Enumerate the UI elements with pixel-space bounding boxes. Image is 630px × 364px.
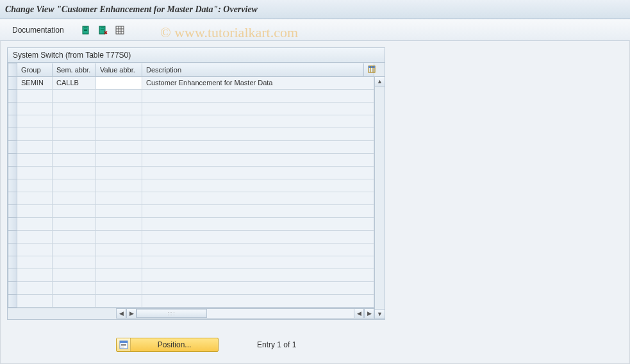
col-group[interactable]: Group [17,63,53,77]
cell-group[interactable] [17,269,53,281]
cell-group[interactable] [17,89,53,102]
cell-value-abbr[interactable] [96,89,142,102]
scroll-right-button[interactable]: ◀ [354,308,364,318]
cell-description[interactable] [142,217,374,230]
cell-group[interactable] [17,153,53,166]
scroll-left-button[interactable]: ▶ [126,308,137,318]
cell-group[interactable] [17,230,53,243]
cell-description[interactable]: Customer Enhancement for Master Data [142,76,374,89]
cell-sem-abbr[interactable] [53,166,96,179]
cell-value-abbr[interactable] [96,243,142,256]
cell-description[interactable] [142,179,374,192]
vertical-scroll-track[interactable] [375,87,385,309]
cell-group[interactable] [17,243,53,256]
cell-value-abbr[interactable] [96,115,142,128]
toolbar-icon-1[interactable] [80,24,93,37]
row-handle[interactable] [8,192,17,204]
row-handle[interactable] [8,281,17,294]
row-handle-header[interactable] [8,63,17,77]
scroll-down-button[interactable]: ▼ [375,309,385,319]
cell-group[interactable] [17,102,53,115]
horizontal-scrollbar[interactable]: ◀ ▶ ::: ◀ ▶ [8,308,374,319]
cell-description[interactable] [142,269,374,281]
toolbar-icon-2[interactable] [97,24,110,37]
cell-sem-abbr[interactable] [53,179,96,192]
scroll-right-end-button[interactable]: ▶ [364,308,374,318]
row-handle[interactable] [8,76,17,89]
cell-description[interactable] [142,166,374,179]
position-button[interactable]: Position... [116,338,219,352]
cell-group[interactable] [17,204,53,217]
cell-value-abbr[interactable] [96,76,142,89]
cell-value-abbr[interactable] [96,192,142,204]
cell-description[interactable] [142,243,374,256]
cell-value-abbr[interactable] [96,256,142,269]
row-handle[interactable] [8,166,17,179]
cell-description[interactable] [142,230,374,243]
cell-description[interactable] [142,128,374,140]
col-value-abbr[interactable]: Value abbr. [96,63,142,77]
cell-group[interactable] [17,179,53,192]
cell-description[interactable] [142,89,374,102]
toolbar-icon-3[interactable] [113,24,126,37]
cell-description[interactable] [142,281,374,294]
cell-description[interactable] [142,115,374,128]
cell-sem-abbr[interactable] [53,153,96,166]
scroll-up-button[interactable]: ▲ [375,76,385,87]
cell-value-abbr[interactable] [96,269,142,281]
row-handle[interactable] [8,140,17,153]
cell-value-abbr[interactable] [96,179,142,192]
cell-value-abbr[interactable] [96,281,142,294]
cell-group[interactable] [17,192,53,204]
col-sem-abbr[interactable]: Sem. abbr. [53,63,96,77]
cell-group[interactable] [17,217,53,230]
cell-sem-abbr[interactable] [53,217,96,230]
cell-description[interactable] [142,204,374,217]
table-config-button[interactable] [364,63,374,77]
cell-sem-abbr[interactable] [53,256,96,269]
vertical-scrollbar[interactable]: ▲ ▼ [374,76,385,319]
row-handle[interactable] [8,128,17,140]
cell-value-abbr[interactable] [96,153,142,166]
cell-group[interactable]: SEMIN [17,76,53,89]
cell-group[interactable] [17,115,53,128]
row-handle[interactable] [8,243,17,256]
cell-value-abbr[interactable] [96,166,142,179]
cell-description[interactable] [142,192,374,204]
cell-sem-abbr[interactable] [53,140,96,153]
cell-sem-abbr[interactable] [53,102,96,115]
row-handle[interactable] [8,294,17,307]
cell-group[interactable] [17,166,53,179]
row-handle[interactable] [8,269,17,281]
cell-value-abbr[interactable] [96,102,142,115]
cell-sem-abbr[interactable] [53,89,96,102]
cell-value-abbr[interactable] [96,204,142,217]
horizontal-scroll-thumb[interactable]: ::: [137,309,207,318]
cell-sem-abbr[interactable] [53,243,96,256]
cell-description[interactable] [142,140,374,153]
cell-value-abbr[interactable] [96,128,142,140]
cell-sem-abbr[interactable] [53,192,96,204]
cell-sem-abbr[interactable] [53,269,96,281]
cell-description[interactable] [142,153,374,166]
row-handle[interactable] [8,217,17,230]
col-description[interactable]: Description [142,63,364,77]
cell-group[interactable] [17,128,53,140]
row-handle[interactable] [8,153,17,166]
row-handle[interactable] [8,89,17,102]
horizontal-scroll-track[interactable]: ::: [137,308,354,318]
cell-group[interactable] [17,281,53,294]
cell-sem-abbr[interactable] [53,281,96,294]
cell-sem-abbr[interactable] [53,294,96,307]
cell-sem-abbr[interactable] [53,115,96,128]
row-handle[interactable] [8,102,17,115]
scroll-left-start-button[interactable]: ◀ [116,308,126,318]
cell-value-abbr[interactable] [96,140,142,153]
cell-group[interactable] [17,256,53,269]
cell-value-abbr[interactable] [96,230,142,243]
cell-value-abbr[interactable] [96,294,142,307]
cell-sem-abbr[interactable]: CALLB [53,76,96,89]
cell-sem-abbr[interactable] [53,230,96,243]
row-handle[interactable] [8,230,17,243]
cell-value-abbr[interactable] [96,217,142,230]
